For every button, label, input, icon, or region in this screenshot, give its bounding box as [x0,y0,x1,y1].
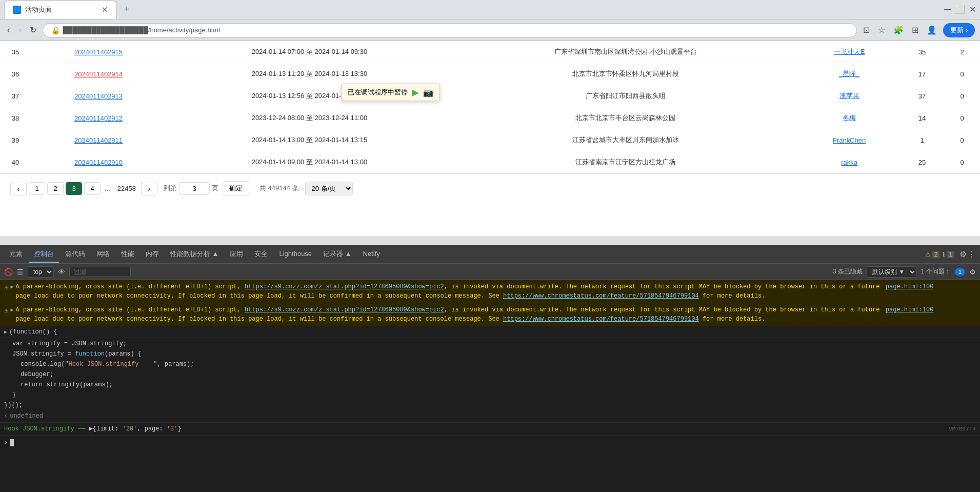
expand-arrow[interactable]: ▶ [10,283,13,291]
main-content: 已在调试程序中暂停 ▶ 📷 35 2024011402915 2024-01-1… [0,41,980,236]
profile-icon[interactable]: 👤 [925,23,939,37]
row-publisher[interactable]: _星眸_ [798,63,900,85]
row-id[interactable]: 2024011402913 [31,85,166,107]
row-comments: 0 [944,151,980,173]
update-button[interactable]: 更新 › [943,23,975,37]
tab-network[interactable]: 网络 [91,246,115,263]
address-bar-row: ‹ › ↻ 🔒 ██████████████████/home/activity… [0,19,980,41]
row-num: 35 [0,41,31,63]
info-badge: ℹ 1 [943,251,954,258]
console-code-line-8: })(); [0,400,980,410]
tab-sources[interactable]: 源代码 [60,246,90,263]
debugger-tooltip: 已在调试程序中暂停 ▶ 📷 [341,84,440,101]
row-publisher[interactable]: 一飞冲天E [798,41,900,63]
row-id[interactable]: 2024011402911 [31,129,166,151]
row-id[interactable]: 2024011402915 [31,41,166,63]
goto-label: 到第 [164,184,177,193]
console-cursor-line[interactable]: › [0,436,980,450]
eye-icon[interactable]: 👁 [58,268,65,276]
prev-page-button[interactable]: ‹ [10,182,27,195]
row-comments: 0 [944,85,980,107]
console-output[interactable]: ⚠ ▶ A parser-blocking, cross site (i.e. … [0,280,980,492]
code-expand-arrow[interactable]: ▶ [4,328,7,336]
bookmark-icon[interactable]: ☆ [876,23,887,37]
toggle-drawer-icon[interactable]: ☰ [17,268,24,276]
expand-arrow-2[interactable]: ▶ [10,306,13,314]
per-page-select[interactable]: 20 条/页 50 条/页 100 条/页 [305,182,353,195]
tab-performance-insights[interactable]: 性能数据分析 ▲ [165,246,224,263]
row-location: 江苏省南京市江宁区方山祖龙广场 [453,151,799,173]
row-publisher[interactable]: 澳苹果 [798,85,900,107]
extension-icon[interactable]: 🧩 [891,23,906,37]
devtools-panel: 元素 控制台 源代码 网络 性能 内存 性能数据分析 ▲ 应用 安全 Light… [0,245,980,492]
console-settings-icon[interactable]: ⚙ [969,268,976,276]
row-publisher[interactable]: rakka [798,151,900,173]
row-signups: 14 [900,107,944,129]
row-location: 广东省深圳市南山区深圳湾公园-小沙山观景平台 [453,41,799,63]
table-row: 35 2024011402915 2024-01-14 07:00 至 2024… [0,41,980,63]
level-selector[interactable]: 默认级别 ▼ [867,266,917,278]
more-options-icon[interactable]: ⋮ [968,249,976,259]
clear-console-icon[interactable]: 🚫 [4,268,13,276]
context-selector[interactable]: top [28,266,54,278]
data-table: 35 2024011402915 2024-01-14 07:00 至 2024… [0,41,980,173]
tab-elements[interactable]: 元素 [4,246,28,263]
row-id[interactable]: 2024011402910 [31,151,166,173]
total-count: 共 449144 条 [259,184,299,193]
tab-application[interactable]: 应用 [225,246,248,263]
page-2-button[interactable]: 2 [47,182,64,195]
console-prompt: › [4,438,8,447]
debugger-play-icon[interactable]: ▶ [412,87,419,98]
address-bar[interactable]: 🔒 ██████████████████/home/activity/page.… [43,23,857,37]
row-num: 36 [0,63,31,85]
minimize-icon[interactable]: ─ [944,4,951,15]
page-3-button[interactable]: 3 [66,182,82,195]
row-signups: 17 [900,63,944,85]
debugger-step-icon[interactable]: 📷 [423,88,433,97]
console-code-line-3: JSON.stringify = function(params) { [0,348,980,359]
row-publisher[interactable]: 冬梅 [798,107,900,129]
forward-button[interactable]: › [16,23,24,37]
reload-button[interactable]: ↻ [28,23,38,37]
back-button[interactable]: ‹ [5,23,12,37]
tab-netlify[interactable]: Netify [358,247,385,262]
maximize-icon[interactable]: ⬜ [955,5,965,14]
tab-recorder[interactable]: 记录器 ▲ [318,246,356,263]
tab-security[interactable]: 安全 [249,246,273,263]
cast-icon[interactable]: ⊡ [861,23,872,37]
pagination: ‹ 1 2 3 4 ... 22458 › 到第 页 确定 共 449144 条… [0,173,980,203]
close-icon[interactable]: ✕ [969,5,976,14]
table-row: 38 2024011402912 2023-12-24 08:00 至 2023… [0,107,980,129]
row-id[interactable]: 2024011402912 [31,107,166,129]
row-num: 38 [0,107,31,129]
split-icon[interactable]: ⊞ [910,23,921,37]
hidden-count: 3 条已隐藏 [833,267,863,276]
tab[interactable]: 🌐 活动页面 ✕ [4,1,117,19]
total-pages: 22458 [114,183,139,194]
warning-badge: ⚠ 2 [925,251,940,258]
page-1-button[interactable]: 1 [29,182,45,195]
tab-console[interactable]: 控制台 [29,246,59,263]
console-code-line-2: var stringify = JSON.stringify; [0,338,980,348]
filter-input[interactable] [69,267,131,277]
confirm-button[interactable]: 确定 [223,181,249,195]
tab-memory[interactable]: 内存 [141,246,164,263]
devtools-tabs: 元素 控制台 源代码 网络 性能 内存 性能数据分析 ▲ 应用 安全 Light… [0,245,980,264]
tab-lighthouse[interactable]: Lighthouse [274,247,317,262]
goto-input[interactable] [179,182,210,195]
new-tab-button[interactable]: + [120,2,134,17]
console-code-line-7: } [0,389,980,400]
code-line-1: (function() { [9,327,57,337]
separator [0,236,980,245]
browser-chrome: 🌐 活动页面 ✕ + ─ ⬜ ✕ [0,0,980,19]
row-id[interactable]: 2024011402914 [31,63,166,85]
settings-icon[interactable]: ⚙ [959,249,967,259]
table-row: 37 2024011402913 2024-01-13 12:56 至 2024… [0,85,980,107]
next-page-button[interactable]: › [141,182,157,195]
console-code-line-4: console.log("Hook JSON.stringify —— ", p… [0,359,980,369]
row-publisher[interactable]: FrankChen [798,129,900,151]
tab-performance[interactable]: 性能 [116,246,139,263]
tab-close-icon[interactable]: ✕ [102,5,108,14]
page-4-button[interactable]: 4 [84,182,101,195]
tab-title: 活动页面 [25,5,97,14]
